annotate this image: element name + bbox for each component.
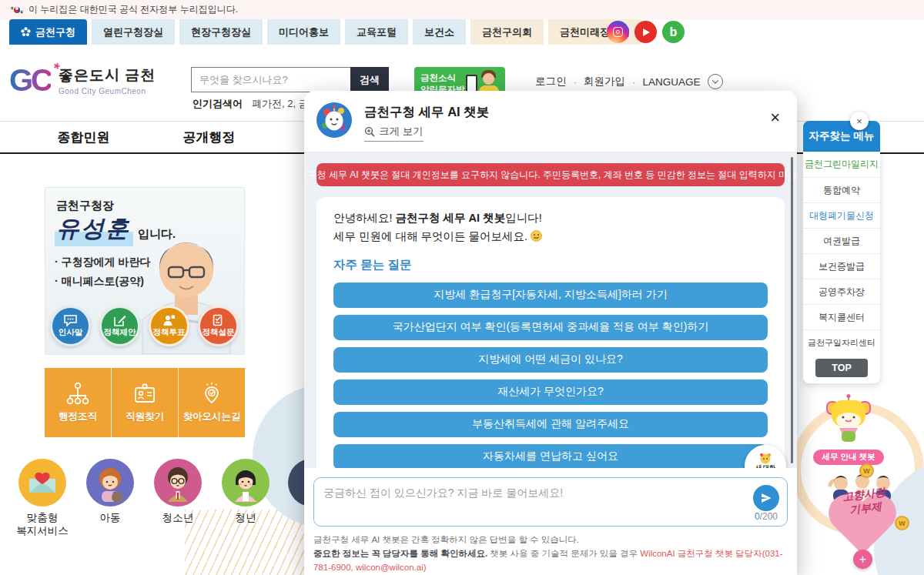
child-icon	[86, 459, 134, 506]
mayor-link-wish[interactable]: · 구청장에게 바란다	[55, 252, 150, 272]
chat-disclaimer: 금천구청 세무 AI 챗봇은 간혹 정확하지 않은 답변을 할 수 있습니다. …	[313, 533, 788, 575]
mayor-banner[interactable]: 금천구청장 유성훈 입니다. · 구청장에게 바란다 · 매니페스토(공약) 인…	[45, 187, 245, 355]
tab-label: 현장구청장실	[191, 25, 251, 39]
link-label: 행정조직	[59, 410, 97, 423]
hometown-donation-float[interactable]: 고향사랑기부제 W W +	[815, 471, 915, 575]
tab-label: 보건소	[424, 25, 454, 39]
logo-subtitle: Good City GeumCheon	[59, 87, 156, 95]
speech-bubble-icon	[64, 315, 77, 326]
coin-icon: W	[895, 516, 909, 530]
separator-dot: ·	[574, 76, 578, 88]
enlarge-button[interactable]: 크게 보기	[364, 125, 424, 142]
chat-input-box: 0/200	[313, 477, 788, 527]
logo-title: 좋은도시 금천	[59, 65, 156, 85]
close-icon[interactable]: ×	[770, 109, 780, 126]
scroll-top-button[interactable]: TOP	[815, 359, 868, 377]
tab-label: 미디어홍보	[279, 25, 329, 39]
tax-bot-mascot	[810, 394, 887, 443]
link-label: 찾아오시는길	[183, 410, 241, 423]
chatbot-title: 금천구청 세무 AI 챗봇	[364, 104, 489, 121]
new-chat-label: 새 대화시작하기	[753, 464, 778, 468]
button-label: 인사말	[59, 327, 83, 338]
chat-input[interactable]	[314, 478, 787, 526]
policy-vote-button[interactable]: 정책투표	[149, 306, 189, 346]
nav-item-civil-services[interactable]: 종합민원	[21, 122, 146, 152]
greeting-button[interactable]: 인사말	[50, 306, 91, 346]
audience-label: 맞춤형복지서비스	[8, 512, 76, 538]
banner-person-head	[483, 73, 494, 85]
popular-keywords-label: 인기검색어	[192, 97, 243, 111]
youtube-icon[interactable]	[634, 21, 657, 43]
tab-gu-council[interactable]: 금천구의회	[470, 19, 544, 45]
menu-item-bulky-waste[interactable]: 대형폐기물신청	[803, 202, 880, 228]
menu-item-health-certificate[interactable]: 보건증발급	[803, 253, 880, 279]
char-counter: 0/200	[755, 511, 778, 522]
menu-item-integrated-reservation[interactable]: 통합예약	[803, 177, 880, 202]
nav-item-open-administration[interactable]: 공개행정	[146, 122, 272, 152]
login-link[interactable]: 로그인	[535, 75, 567, 89]
korean-flag-icon	[11, 5, 23, 15]
donation-plus-button[interactable]: +	[853, 550, 872, 569]
policy-survey-button[interactable]: 정책설문	[198, 306, 239, 346]
welfare-icon	[18, 459, 66, 506]
tax-guide-chatbot-float[interactable]: 세무 안내 챗봇	[810, 394, 887, 465]
survey-doc-icon	[213, 314, 224, 326]
tab-label: 열린구청장실	[103, 25, 163, 39]
disclaimer-line2: 중요한 정보는 꼭 담당자를 통해 확인하세요. 챗봇 사용 중 기술적 문제가…	[313, 547, 788, 575]
tab-open-mayor-office[interactable]: 열린구청장실	[92, 19, 175, 45]
quick-menu: 금천그린마일리지 통합예약 대형폐기물신청 여권발급 보건증발급 공영주차장 복…	[803, 152, 880, 383]
youtube-play	[643, 28, 650, 36]
tab-health-center[interactable]: 보건소	[413, 19, 466, 45]
menu-item-green-mileage[interactable]: 금천그린마일리지	[803, 152, 880, 177]
directions-link[interactable]: 찾아오시는길	[178, 368, 245, 437]
welfare-service-link[interactable]: 맞춤형복지서비스	[8, 459, 76, 538]
faq-button-refund[interactable]: 지방세 환급청구[자동차세, 지방소득세]하러 가기	[333, 282, 768, 308]
children-link[interactable]: 아동	[76, 459, 144, 525]
mayor-link-manifesto[interactable]: · 매니페스토(공약)	[55, 272, 150, 291]
greeting-line1: 안녕하세요! 금천구청 세무 AI 챗봇입니다!	[333, 209, 768, 228]
faq-button-local-tax-types[interactable]: 지방세에 어떤 세금이 있나요?	[333, 347, 768, 373]
id-card-icon	[132, 382, 157, 405]
faq-button-acquisition-tax[interactable]: 부동산취득세에 관해 알려주세요	[333, 412, 768, 437]
young-adult-link[interactable]: 청년	[212, 459, 280, 525]
pencil-square-icon	[114, 314, 126, 326]
chat-scrollbar[interactable]	[791, 157, 793, 463]
search-button[interactable]: 검색	[350, 67, 389, 92]
chatbot-body: 금천구청 세무 AI 챗봇은 절대 개인정보를 요구하지 않습니다. 주민등록번…	[304, 152, 797, 468]
mayor-name: 유성훈	[55, 213, 133, 246]
tab-geumcheon-gu[interactable]: 금천구청	[9, 19, 87, 45]
tab-media-pr[interactable]: 미디어홍보	[267, 19, 340, 45]
faq-button-car-tax-prepay[interactable]: 자동차세를 연납하고 싶어요	[333, 444, 768, 468]
faq-button-property-tax[interactable]: 재산세가 무엇인가요?	[333, 379, 768, 405]
tab-field-mayor-office[interactable]: 현장구청장실	[179, 19, 263, 45]
mayor-name-suffix: 입니다.	[138, 227, 176, 246]
menu-item-job-center[interactable]: 금천구일자리센터	[803, 329, 880, 355]
policy-proposal-button[interactable]: 정책제안	[99, 306, 140, 346]
link-label: 직원찾기	[126, 410, 164, 423]
instagram-icon[interactable]	[607, 21, 629, 43]
tab-edu-portal[interactable]: 교육포털	[345, 19, 408, 45]
signup-link[interactable]: 회원가입	[584, 75, 625, 89]
search-input[interactable]	[191, 67, 350, 92]
menu-item-welfare-call-center[interactable]: 복지콜센터	[803, 304, 880, 329]
social-links: b	[607, 21, 685, 43]
tab-label: 금천구청	[35, 25, 75, 39]
language-link[interactable]: LANGUAGE	[643, 76, 701, 88]
menu-item-public-parking[interactable]: 공영주차장	[803, 279, 880, 304]
gov-banner: 이 누리집은 대한민국 공식 전자정부 누리집입니다.	[0, 0, 924, 19]
menu-item-passport[interactable]: 여권발급	[803, 228, 880, 253]
send-button[interactable]	[753, 485, 779, 511]
quick-menu-header: 자주찾는 메뉴	[803, 121, 880, 152]
staff-search-link[interactable]: 직원찾기	[111, 368, 178, 437]
blog-letter: b	[670, 25, 678, 39]
blog-icon[interactable]: b	[662, 21, 685, 43]
org-chart-link[interactable]: 행정조직	[45, 368, 111, 437]
magnifier-plus-icon	[364, 126, 375, 137]
site-logo[interactable]: GC* 좋은도시 금천 Good City GeumCheon	[9, 65, 156, 95]
quick-menu-close-icon[interactable]: ×	[850, 112, 869, 130]
mini-mascot-icon	[758, 452, 772, 464]
youth-teen-link[interactable]: 청소년	[144, 459, 212, 525]
mayor-banner-title: 금천구청장	[56, 199, 114, 213]
chevron-down-icon[interactable]	[708, 74, 723, 89]
faq-button-industrial-complex[interactable]: 국가산업단지 여부 확인(등록면허세 중과세율 적용 여부 확인)하기	[333, 315, 768, 340]
